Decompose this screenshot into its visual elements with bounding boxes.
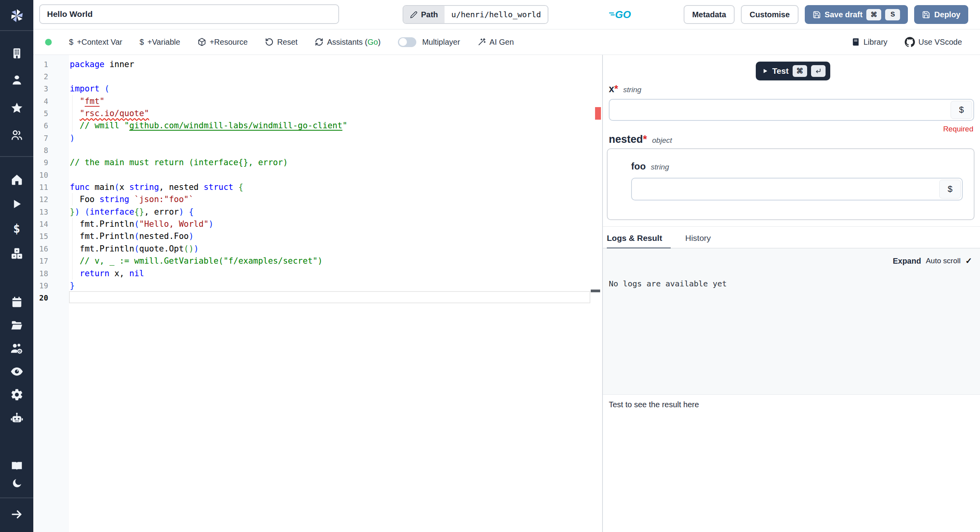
- sidebar-item-audit[interactable]: [0, 363, 33, 380]
- sidebar-item-folders[interactable]: [0, 317, 33, 334]
- code-line-7[interactable]: 7): [33, 132, 598, 144]
- code-line-19[interactable]: 19}: [33, 279, 598, 292]
- add-resource-button[interactable]: +Resource: [198, 38, 248, 47]
- code-text: return x, nil: [70, 269, 144, 278]
- line-number: 6: [33, 121, 48, 130]
- code-text: func main(x string, nested struct {: [70, 182, 243, 192]
- required-error: Required: [943, 125, 973, 133]
- code-line-12[interactable]: 12 Foo string `json:"foo"`: [33, 193, 598, 206]
- test-label: Test: [772, 66, 789, 76]
- users-icon: [10, 128, 24, 142]
- sidebar-item-expand[interactable]: [0, 506, 33, 523]
- insert-variable-button[interactable]: $: [939, 180, 961, 199]
- add-context-var-button[interactable]: $ +Context Var: [69, 38, 122, 47]
- sidebar-item-ai[interactable]: [0, 409, 33, 426]
- script-title-input[interactable]: [39, 4, 339, 24]
- sidebar-item-docs[interactable]: [0, 457, 33, 475]
- sidebar-item-groups[interactable]: [0, 126, 33, 144]
- save-icon: [922, 11, 930, 19]
- add-context-var-label: +Context Var: [77, 38, 122, 47]
- code-line-17[interactable]: 17 // v, _ := wmill.GetVariable("f/examp…: [33, 255, 598, 267]
- code-line-8[interactable]: 8: [33, 144, 598, 156]
- code-line-2[interactable]: 2: [33, 70, 598, 82]
- script-path-value[interactable]: u/henri/hello_world: [445, 6, 548, 23]
- code-text: // v, _ := wmill.GetVariable("f/examples…: [70, 256, 323, 266]
- code-line-9[interactable]: 9// the main must return (interface{}, e…: [33, 157, 598, 169]
- horizontal-scrollbar[interactable]: [591, 290, 600, 292]
- refresh-cw-icon: [315, 38, 323, 46]
- arg-foo-input[interactable]: [632, 179, 938, 200]
- code-line-4[interactable]: 4 "fmt": [33, 95, 598, 107]
- preview-panel: Test ⌘ x* string $ Required nested* obje…: [603, 55, 980, 532]
- sidebar-item-dark-mode[interactable]: [0, 475, 33, 492]
- path-button[interactable]: Path: [403, 6, 445, 23]
- ai-gen-label: AI Gen: [490, 38, 514, 47]
- home-icon: [10, 173, 24, 186]
- code-line-11[interactable]: 11func main(x string, nested struct {: [33, 181, 598, 193]
- code-line-14[interactable]: 14 fmt.Println("Hello, World"): [33, 218, 598, 230]
- customise-button[interactable]: Customise: [741, 5, 798, 24]
- line-number: 16: [33, 244, 48, 253]
- check-icon[interactable]: ✓: [965, 256, 972, 266]
- line-number: 20: [33, 293, 48, 302]
- code-text: ): [70, 133, 75, 143]
- add-variable-button[interactable]: $ +Variable: [140, 38, 180, 47]
- code-line-10[interactable]: 10: [33, 169, 598, 181]
- sidebar-item-favorites[interactable]: [0, 100, 33, 117]
- code-line-16[interactable]: 16 fmt.Println(quote.Opt()): [33, 242, 598, 255]
- sidebar-item-schedules[interactable]: [0, 293, 33, 311]
- sidebar-item-runs[interactable]: [0, 195, 33, 213]
- boxes-icon: [10, 247, 24, 260]
- deploy-button[interactable]: Deploy: [914, 5, 968, 24]
- assistants-button[interactable]: Assistants (Go): [315, 38, 381, 47]
- folder-open-icon: [10, 319, 24, 332]
- nested-object-box: foo string $: [607, 148, 975, 220]
- code-text: }: [70, 281, 75, 290]
- sidebar-item-workers[interactable]: [0, 340, 33, 357]
- insert-variable-button[interactable]: $: [951, 101, 972, 119]
- code-line-18[interactable]: 18 return x, nil: [33, 267, 598, 279]
- gear-icon: [10, 388, 24, 401]
- tab-logs-result[interactable]: Logs & Result: [607, 233, 671, 249]
- metadata-button[interactable]: Metadata: [684, 5, 735, 24]
- users-cog-icon: [10, 341, 24, 355]
- code-text: package inner: [70, 60, 134, 69]
- multiplayer-toggle[interactable]: [398, 37, 416, 47]
- sidebar-item-settings[interactable]: [0, 386, 33, 403]
- auto-scroll-label[interactable]: Auto scroll: [926, 257, 961, 265]
- arg-x-input[interactable]: [610, 100, 950, 120]
- use-vscode-button[interactable]: Use VScode: [905, 37, 962, 47]
- code-line-6[interactable]: 6 // wmill "github.com/windmill-labs/win…: [33, 120, 598, 132]
- sidebar-item-user[interactable]: [0, 71, 33, 89]
- go-language-logo: GO: [609, 6, 637, 23]
- add-variable-label: +Variable: [147, 38, 180, 47]
- tab-history[interactable]: History: [685, 233, 711, 243]
- code-line-3[interactable]: 3import (: [33, 83, 598, 95]
- editor-toolbar: $ +Context Var $ +Variable +Resource Res…: [33, 29, 980, 55]
- deploy-label: Deploy: [934, 10, 960, 19]
- code-editor[interactable]: 1package inner23import (4 "fmt"5 "rsc.io…: [33, 55, 602, 532]
- line-number: 15: [33, 232, 48, 240]
- windmill-logo[interactable]: [0, 7, 33, 24]
- code-text: import (: [70, 84, 109, 93]
- code-line-13[interactable]: 13}) (interface{}, error) {: [33, 206, 598, 218]
- expand-button[interactable]: Expand: [893, 257, 921, 266]
- code-line-1[interactable]: 1package inner: [33, 58, 598, 70]
- ai-gen-button[interactable]: AI Gen: [477, 38, 514, 47]
- sidebar-item-variables[interactable]: $: [0, 220, 33, 237]
- sidebar-item-workspace[interactable]: [0, 45, 33, 62]
- arrow-right-icon: [10, 508, 24, 521]
- code-line-5[interactable]: 5 "rsc.io/quote": [33, 107, 598, 119]
- arg-foo-input-shell: $: [631, 178, 963, 200]
- line-number: 14: [33, 220, 48, 228]
- sidebar-item-resources[interactable]: [0, 245, 33, 262]
- reset-label: Reset: [277, 38, 298, 47]
- arg-name: foo: [631, 161, 646, 172]
- code-line-15[interactable]: 15 fmt.Println(nested.Foo): [33, 230, 598, 242]
- save-draft-button[interactable]: Save draft ⌘ S: [805, 5, 908, 24]
- test-button[interactable]: Test ⌘: [756, 62, 830, 80]
- reset-button[interactable]: Reset: [265, 38, 298, 47]
- sidebar-item-home[interactable]: [0, 171, 33, 188]
- code-text: }) (interface{}, error) {: [70, 207, 194, 217]
- library-button[interactable]: Library: [851, 38, 887, 47]
